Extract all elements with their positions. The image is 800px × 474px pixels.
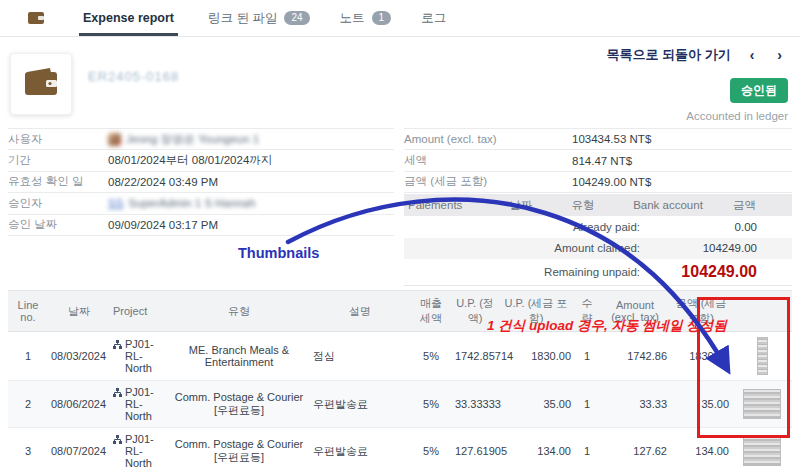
sales-tax: 5% — [410, 332, 452, 381]
tab-notes[interactable]: 노트 1 — [340, 0, 392, 36]
payments-col-date: 날짜 — [488, 198, 554, 213]
detail-row-approver: 승인자 SS SuperAdmin 1 S Hannah — [8, 193, 394, 214]
col-description: 설명 — [310, 291, 410, 332]
payments-col-amount: 금액 — [724, 198, 792, 213]
line-date: 08/03/2024 — [48, 332, 110, 381]
project-name: PJ01-RL-North — [125, 386, 165, 422]
period-value: 08/01/2024부터 08/01/2024까지 — [108, 153, 272, 168]
tab-label: Expense report — [83, 11, 174, 25]
quantity: 1 — [574, 428, 600, 474]
amount-claimed-value: 104249.00 — [640, 242, 792, 254]
user-avatar — [108, 133, 121, 146]
line-item-row-3: 3 08/07/2024 PJ01-RL-North Comm. Postage… — [8, 428, 792, 474]
field-label: 유효성 확인 일 — [8, 174, 108, 189]
detail-row-validated: 유효성 확인 일 08/22/2024 03:49 PM — [8, 172, 394, 193]
col-type: 유형 — [168, 291, 310, 332]
summary-row-incl-tax: 금액 (세금 포함) 104249.00 NT$ — [404, 172, 792, 193]
line-date: 08/07/2024 — [48, 428, 110, 474]
summary-row-excl-tax: Amount (excl. tax) 103434.53 NT$ — [404, 129, 792, 150]
row-label: Remaining unpaid: — [404, 266, 640, 278]
field-label: 금액 (세금 포함) — [404, 174, 572, 189]
unit-price-incl: 134.00 — [498, 428, 574, 474]
notes-count-badge: 1 — [372, 11, 392, 25]
tab-linked-files[interactable]: 링크 된 파일 24 — [208, 0, 310, 36]
linked-files-count-badge: 24 — [284, 11, 309, 25]
tab-bar: Expense report 링크 된 파일 24 노트 1 로그 — [0, 0, 800, 37]
payments-table-header: Paiements 날짜 유형 Bank account 금액 — [404, 194, 792, 216]
validated-date-value: 08/22/2024 03:49 PM — [108, 176, 218, 188]
project-icon — [113, 339, 122, 351]
expense-type: Comm. Postage & Courier [우편료등] — [168, 428, 310, 474]
document-number: ER2405-0168 — [88, 69, 179, 84]
col-date: 날짜 — [48, 291, 110, 332]
quantity: 1 — [574, 381, 600, 428]
payments-col-title: Paiements — [404, 199, 488, 211]
unit-price-net: 1742.85714 — [452, 332, 498, 381]
col-line-no: Line no. — [8, 291, 48, 332]
detail-row-approved-date: 승인 날짜 09/09/2024 03:17 PM — [8, 215, 394, 236]
description: 점심 — [310, 332, 410, 381]
amount-excl-tax-value: 103434.53 NT$ — [572, 133, 651, 145]
unit-price-net: 127.61905 — [452, 428, 498, 474]
thumbnails-annotation: Thumbnails — [238, 245, 319, 261]
receipt-thumbnail[interactable] — [757, 337, 768, 375]
sales-tax: 5% — [410, 381, 452, 428]
amount-excl: 127.62 — [600, 428, 670, 474]
receipt-thumbnail[interactable] — [743, 389, 781, 419]
amount-excl: 33.33 — [600, 381, 670, 428]
summary-row-tax: 세액 814.47 NT$ — [404, 150, 792, 171]
document-type-card — [10, 53, 72, 115]
wallet-icon — [28, 11, 45, 25]
upload-note-annotation: 1 건식 upload 경우, 자동 썸네일 생성됨 — [487, 317, 799, 335]
approver-value: SS SuperAdmin 1 S Hannah — [108, 197, 256, 209]
expense-type: ME. Branch Meals & Entertainment — [168, 332, 310, 381]
line-no: 2 — [8, 381, 48, 428]
line-no: 3 — [8, 428, 48, 474]
details-panel: 사용자 Jeong 정영은 Youngeun 1 기간 08/01/2024부터… — [8, 128, 394, 236]
field-label: Amount (excl. tax) — [404, 133, 572, 145]
tab-log[interactable]: 로그 — [421, 0, 446, 36]
field-label: 승인자 — [8, 196, 108, 211]
payments-col-type: 유형 — [554, 198, 612, 213]
user-value: Jeong 정영은 Youngeun 1 — [108, 132, 259, 147]
back-to-list-link[interactable]: 목록으로 되돌아 가기 — [606, 46, 730, 64]
payment-row-claimed: Amount claimed: 104249.00 — [404, 238, 792, 260]
quantity: 1 — [574, 332, 600, 381]
field-label: 사용자 — [8, 132, 108, 147]
next-record-button[interactable]: › — [773, 47, 786, 63]
receipt-thumbnail[interactable] — [743, 436, 781, 466]
line-item-row-2: 2 08/06/2024 PJ01-RL-North Comm. Postage… — [8, 381, 792, 428]
tab-expense-report[interactable]: Expense report — [79, 0, 178, 36]
wallet-icon-large — [24, 68, 58, 100]
amount-incl: 134.00 — [670, 428, 732, 474]
line-no: 1 — [8, 332, 48, 381]
amounts-panel: Amount (excl. tax) 103434.53 NT$ 세액 814.… — [404, 128, 792, 286]
col-project: Project — [110, 291, 168, 332]
detail-row-user: 사용자 Jeong 정영은 Youngeun 1 — [8, 129, 394, 150]
row-label: Already paid: — [404, 221, 640, 233]
expense-type: Comm. Postage & Courier [우편료등] — [168, 381, 310, 428]
amount-incl: 35.00 — [670, 381, 732, 428]
payment-row-remaining: Remaining unpaid: 104249.00 — [404, 259, 792, 286]
field-label: 승인 날짜 — [8, 217, 108, 232]
tab-label: 링크 된 파일 — [208, 10, 277, 27]
already-paid-amount: 0.00 — [640, 221, 792, 233]
field-label: 세액 — [404, 153, 572, 168]
back-navigation: 목록으로 되돌아 가기 ‹ › — [606, 46, 786, 64]
expense-report-page: Expense report 링크 된 파일 24 노트 1 로그 ER2405… — [0, 0, 800, 474]
project-icon — [113, 387, 122, 399]
payments-col-bank: Bank account — [612, 199, 724, 211]
project-icon — [113, 434, 122, 446]
remaining-unpaid-amount: 104249.00 — [640, 263, 792, 281]
line-date: 08/06/2024 — [48, 381, 110, 428]
prev-record-button[interactable]: ‹ — [746, 47, 759, 63]
tab-label: 노트 — [340, 10, 365, 27]
description: 우편발송료 — [310, 428, 410, 474]
approved-date-value: 09/09/2024 03:17 PM — [108, 219, 218, 231]
approver-link-icon: SS — [108, 197, 123, 209]
amount-excl: 1742.86 — [600, 332, 670, 381]
amount-incl: 1830.00 — [670, 332, 732, 381]
project-name: PJ01-RL-North — [125, 433, 165, 469]
unit-price-net: 33.33333 — [452, 381, 498, 428]
sales-tax: 5% — [410, 428, 452, 474]
